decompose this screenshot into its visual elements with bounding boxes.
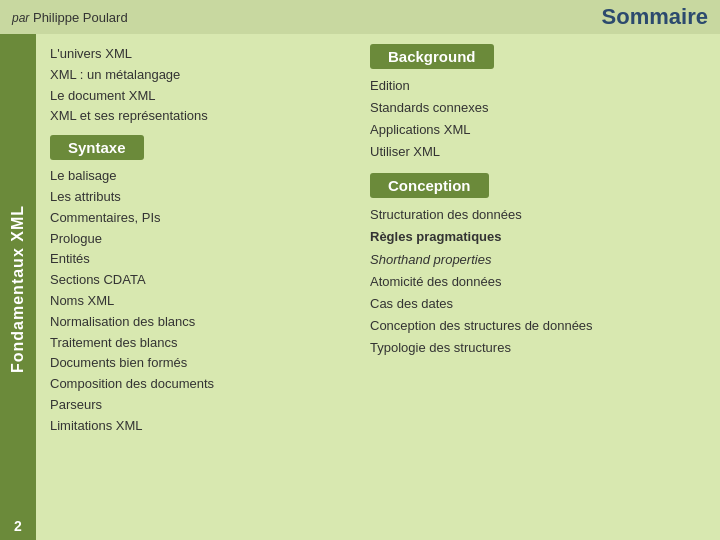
list-item: Le document XML	[50, 86, 342, 107]
list-item: Conception des structures de données	[370, 315, 706, 337]
list-item: Structuration des données	[370, 204, 706, 226]
list-item: Sections CDATA	[50, 270, 342, 291]
sidebar-label: Fondamentaux XML	[9, 205, 27, 373]
list-item: Traitement des blancs	[50, 333, 342, 354]
main-container: Fondamentaux XML 2 L'univers XMLXML : un…	[0, 34, 720, 540]
intro-list: L'univers XMLXML : un métalangageLe docu…	[50, 44, 342, 127]
list-item: XML et ses représentations	[50, 106, 342, 127]
background-box: Background	[370, 44, 494, 69]
conception-box: Conception	[370, 173, 489, 198]
list-item: Atomicité des données	[370, 271, 706, 293]
list-item: Edition	[370, 75, 706, 97]
right-column: Background EditionStandards connexesAppl…	[356, 34, 720, 540]
page-title: Sommaire	[602, 4, 708, 30]
background-list: EditionStandards connexesApplications XM…	[370, 75, 706, 163]
list-item: Cas des dates	[370, 293, 706, 315]
list-item: Prologue	[50, 229, 342, 250]
list-item: Shorthand properties	[370, 249, 706, 271]
conception-list: Structuration des donnéesRègles pragmati…	[370, 204, 706, 359]
list-item: Standards connexes	[370, 97, 706, 119]
list-item: Commentaires, PIs	[50, 208, 342, 229]
list-item: Parseurs	[50, 395, 342, 416]
list-item: Documents bien formés	[50, 353, 342, 374]
sidebar-number: 2	[14, 518, 22, 534]
list-item: Applications XML	[370, 119, 706, 141]
list-item: Règles pragmatiques	[370, 226, 706, 248]
list-item: Les attributs	[50, 187, 342, 208]
list-item: Noms XML	[50, 291, 342, 312]
header: par Philippe Poulard Sommaire	[0, 0, 720, 34]
by-label: par	[12, 11, 29, 25]
syntaxe-box: Syntaxe	[50, 135, 144, 160]
left-column: L'univers XMLXML : un métalangageLe docu…	[36, 34, 356, 540]
list-item: Normalisation des blancs	[50, 312, 342, 333]
list-item: Le balisage	[50, 166, 342, 187]
header-left: par Philippe Poulard	[12, 10, 128, 25]
sidebar: Fondamentaux XML 2	[0, 34, 36, 540]
syntaxe-list: Le balisageLes attributsCommentaires, PI…	[50, 166, 342, 436]
content-area: L'univers XMLXML : un métalangageLe docu…	[36, 34, 720, 540]
list-item: Typologie des structures	[370, 337, 706, 359]
list-item: Entités	[50, 249, 342, 270]
list-item: Limitations XML	[50, 416, 342, 437]
list-item: L'univers XML	[50, 44, 342, 65]
list-item: Composition des documents	[50, 374, 342, 395]
author-name: Philippe Poulard	[33, 10, 128, 25]
list-item: XML : un métalangage	[50, 65, 342, 86]
list-item: Utiliser XML	[370, 141, 706, 163]
